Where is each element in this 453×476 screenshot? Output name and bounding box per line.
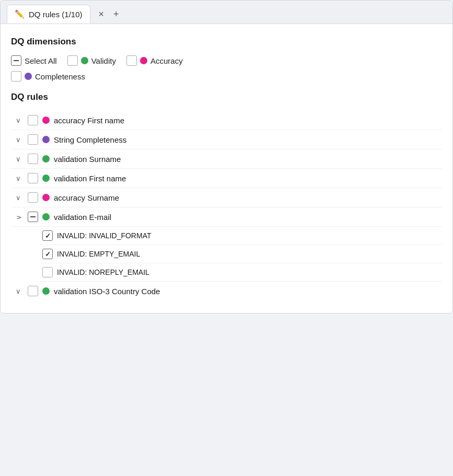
label-validation-first-name: validation First name — [54, 174, 440, 183]
dimensions-section-title: DQ dimensions — [11, 37, 442, 47]
label-string-completeness: String Completeness — [54, 135, 440, 144]
rule-row-validation-surname: ∨ validation Surname — [11, 149, 442, 169]
select-all-label: Select All — [25, 56, 57, 65]
rules-section-title: DQ rules — [11, 92, 442, 102]
label-invalid-empty: INVALID: EMPTY_EMAIL — [57, 250, 140, 258]
checkbox-validation-iso3[interactable] — [28, 286, 38, 296]
sub-item-invalid-noreply: INVALID: NOREPLY_EMAIL — [40, 263, 442, 282]
rule-row-accuracy-first-name: ∨ accuracy First name — [11, 111, 442, 130]
label-accuracy-surname: accuracy Surname — [54, 193, 440, 202]
completeness-item[interactable]: Completeness — [11, 71, 85, 82]
dot-accuracy-surname — [42, 194, 50, 201]
dot-validation-email — [42, 213, 50, 220]
dot-validation-first-name — [42, 175, 50, 182]
add-tab-button[interactable]: + — [111, 7, 121, 21]
accuracy-dot — [140, 57, 147, 64]
checkbox-accuracy-surname[interactable] — [28, 192, 38, 203]
chevron-down-accuracy-surname[interactable]: ∨ — [13, 194, 24, 202]
label-validation-surname: validation Surname — [54, 155, 440, 164]
rule-row-validation-email: ∨ validation E-mail — [11, 207, 442, 227]
checkbox-validation-email[interactable] — [28, 212, 38, 222]
dot-string-completeness — [42, 136, 50, 143]
label-invalid-format: INVALID: INVALID_FORMAT — [57, 231, 151, 240]
label-invalid-noreply: INVALID: NOREPLY_EMAIL — [57, 268, 149, 276]
tab-controls: × + — [92, 7, 125, 21]
panel-body: DQ dimensions Select All Validity A — [1, 24, 452, 313]
chevron-right-validation-email[interactable]: ∨ — [15, 212, 22, 222]
checkbox-accuracy-first-name[interactable] — [28, 115, 38, 125]
label-validation-iso3: validation ISO-3 Country Code — [54, 287, 440, 296]
dimensions-row-1: Select All Validity Accuracy — [11, 55, 442, 66]
validity-dot — [81, 57, 88, 64]
select-all-item[interactable]: Select All — [11, 55, 57, 66]
completeness-checkbox[interactable] — [11, 71, 21, 82]
checkbox-invalid-format[interactable] — [42, 230, 53, 241]
dot-validation-surname — [42, 155, 50, 162]
checkbox-invalid-empty[interactable] — [42, 249, 53, 259]
rule-row-validation-iso3: ∨ validation ISO-3 Country Code — [11, 282, 442, 300]
chevron-down-validation-iso3[interactable]: ∨ — [13, 287, 24, 295]
close-tab-button[interactable]: × — [97, 7, 107, 21]
sub-item-invalid-format: INVALID: INVALID_FORMAT — [40, 227, 442, 245]
accuracy-checkbox[interactable] — [126, 55, 137, 66]
pencil-icon: ✏️ — [15, 9, 25, 19]
sub-items-validation-email: INVALID: INVALID_FORMAT INVALID: EMPTY_E… — [40, 227, 442, 282]
rule-row-validation-first-name: ∨ validation First name — [11, 169, 442, 188]
validity-label: Validity — [91, 56, 116, 65]
checkbox-validation-first-name[interactable] — [28, 173, 38, 183]
validity-item[interactable]: Validity — [67, 55, 116, 66]
tab-label: DQ rules (1/10) — [29, 10, 83, 19]
rule-row-string-completeness: ∨ String Completeness — [11, 130, 442, 149]
rule-row-accuracy-surname: ∨ accuracy Surname — [11, 188, 442, 207]
accuracy-label: Accuracy — [150, 56, 183, 65]
tab-bar: ✏️ DQ rules (1/10) × + — [1, 1, 452, 24]
checkbox-string-completeness[interactable] — [28, 134, 38, 145]
label-accuracy-first-name: accuracy First name — [54, 116, 440, 125]
dot-accuracy-first-name — [42, 117, 50, 124]
label-validation-email: validation E-mail — [54, 213, 440, 222]
active-tab[interactable]: ✏️ DQ rules (1/10) — [7, 5, 90, 24]
dot-validation-iso3 — [42, 287, 50, 295]
select-all-checkbox[interactable] — [11, 55, 21, 66]
validity-checkbox[interactable] — [67, 55, 78, 66]
rules-list: ∨ accuracy First name ∨ String Completen… — [11, 111, 442, 300]
completeness-dot — [25, 73, 32, 80]
chevron-down-validation-first-name[interactable]: ∨ — [13, 175, 24, 182]
accuracy-item[interactable]: Accuracy — [126, 55, 183, 66]
completeness-label: Completeness — [35, 72, 85, 81]
dimensions-row-2: Completeness — [11, 71, 442, 82]
chevron-down-accuracy-first-name[interactable]: ∨ — [13, 117, 24, 124]
chevron-down-validation-surname[interactable]: ∨ — [13, 155, 24, 163]
panel-wrapper: ✏️ DQ rules (1/10) × + DQ dimensions Sel… — [0, 0, 453, 314]
sub-item-invalid-empty: INVALID: EMPTY_EMAIL — [40, 245, 442, 263]
checkbox-validation-surname[interactable] — [28, 154, 38, 164]
chevron-down-string-completeness[interactable]: ∨ — [13, 136, 24, 144]
panel-container: ✏️ DQ rules (1/10) × + DQ dimensions Sel… — [0, 0, 453, 314]
checkbox-invalid-noreply[interactable] — [42, 267, 53, 277]
